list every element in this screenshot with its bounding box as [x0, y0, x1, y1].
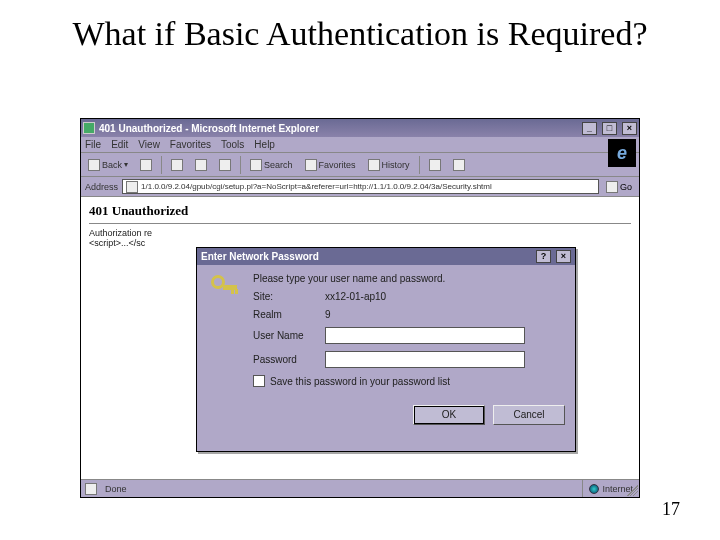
favorites-icon — [305, 159, 317, 171]
dialog-help-button[interactable]: ? — [536, 250, 551, 263]
dialog-titlebar: Enter Network Password ? × — [197, 248, 575, 265]
realm-value: 9 — [325, 309, 565, 320]
home-button[interactable] — [216, 158, 234, 172]
status-bar: Done Internet — [81, 479, 639, 497]
forward-icon — [140, 159, 152, 171]
url-page-icon — [126, 181, 138, 193]
go-icon — [606, 181, 618, 193]
dialog-title-text: Enter Network Password — [201, 251, 319, 262]
home-icon — [219, 159, 231, 171]
search-button[interactable]: Search — [247, 158, 296, 172]
save-password-checkbox[interactable] — [253, 375, 265, 387]
site-value: xx12-01-ap10 — [325, 291, 565, 302]
back-icon — [88, 159, 100, 171]
ok-button[interactable]: OK — [413, 405, 485, 425]
go-button[interactable]: Go — [603, 181, 635, 193]
browser-window: 401 Unauthorized - Microsoft Internet Ex… — [80, 118, 640, 498]
minimize-button[interactable]: _ — [582, 122, 597, 135]
browser-titlebar: 401 Unauthorized - Microsoft Internet Ex… — [81, 119, 639, 137]
mail-button[interactable] — [426, 158, 444, 172]
save-password-label: Save this password in your password list — [270, 376, 450, 387]
page-number: 17 — [662, 499, 680, 520]
dialog-message: Please type your user name and password. — [253, 273, 565, 284]
ie-page-icon — [83, 122, 95, 134]
address-bar: Address 1/1.0.0/9.2.04/gpub/cgi/setup.pl… — [81, 177, 639, 197]
resize-grip[interactable] — [624, 482, 638, 496]
history-button[interactable]: History — [365, 158, 413, 172]
history-icon — [368, 159, 380, 171]
mail-icon — [429, 159, 441, 171]
page-content: 401 Unauthorized Authorization re <scrip… — [81, 197, 639, 479]
menu-view[interactable]: View — [138, 139, 160, 150]
back-button[interactable]: Back▾ — [85, 158, 131, 172]
address-label: Address — [85, 182, 118, 192]
site-label: Site: — [253, 291, 319, 302]
cancel-button[interactable]: Cancel — [493, 405, 565, 425]
refresh-button[interactable] — [192, 158, 210, 172]
refresh-icon — [195, 159, 207, 171]
page-text-auth: Authorization re — [89, 228, 631, 238]
menu-help[interactable]: Help — [254, 139, 275, 150]
realm-label: Realm — [253, 309, 319, 320]
toolbar: Back▾ Search Favorites History — [81, 153, 639, 177]
print-icon — [453, 159, 465, 171]
search-icon — [250, 159, 262, 171]
close-button[interactable]: × — [622, 122, 637, 135]
favorites-button[interactable]: Favorites — [302, 158, 359, 172]
slide-title: What if Basic Authentication is Required… — [40, 14, 680, 53]
username-label: User Name — [253, 330, 319, 341]
stop-button[interactable] — [168, 158, 186, 172]
menu-favorites[interactable]: Favorites — [170, 139, 211, 150]
maximize-button[interactable]: □ — [602, 122, 617, 135]
print-button[interactable] — [450, 158, 468, 172]
address-url: 1/1.0.0/9.2.04/gpub/cgi/setup.pl?a=NoScr… — [141, 182, 492, 191]
status-page-icon — [85, 483, 97, 495]
menu-file[interactable]: File — [85, 139, 101, 150]
password-input[interactable] — [325, 351, 525, 368]
stop-icon — [171, 159, 183, 171]
page-heading-401: 401 Unauthorized — [89, 203, 631, 219]
key-icon — [207, 273, 239, 307]
auth-dialog: Enter Network Password ? × Please type y… — [196, 247, 576, 452]
password-label: Password — [253, 354, 319, 365]
ie-logo-icon: e — [608, 139, 636, 167]
browser-title-text: 401 Unauthorized - Microsoft Internet Ex… — [99, 123, 319, 134]
dialog-close-button[interactable]: × — [556, 250, 571, 263]
status-text: Done — [101, 480, 583, 497]
forward-button[interactable] — [137, 158, 155, 172]
menubar: File Edit View Favorites Tools Help — [81, 137, 639, 153]
menu-edit[interactable]: Edit — [111, 139, 128, 150]
address-input[interactable]: 1/1.0.0/9.2.04/gpub/cgi/setup.pl?a=NoScr… — [122, 179, 599, 194]
menu-tools[interactable]: Tools — [221, 139, 244, 150]
globe-icon — [589, 484, 599, 494]
username-input[interactable] — [325, 327, 525, 344]
